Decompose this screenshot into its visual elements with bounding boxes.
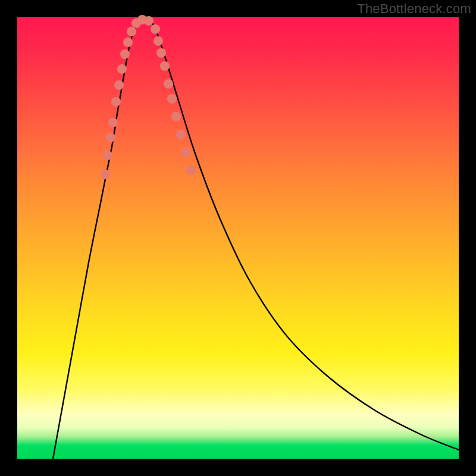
data-point bbox=[181, 148, 190, 157]
data-point bbox=[160, 61, 170, 71]
chart-frame: TheBottleneck.com bbox=[0, 0, 476, 476]
data-point bbox=[167, 94, 177, 104]
data-point bbox=[156, 48, 166, 58]
data-point bbox=[127, 27, 136, 36]
data-point bbox=[117, 64, 127, 74]
data-point-layer bbox=[101, 15, 196, 179]
data-point bbox=[123, 37, 133, 47]
data-point bbox=[120, 49, 130, 59]
bottleneck-curve bbox=[53, 18, 459, 459]
data-point bbox=[176, 130, 186, 139]
data-point bbox=[106, 133, 115, 142]
data-point bbox=[114, 80, 124, 90]
chart-svg bbox=[17, 17, 459, 459]
data-point bbox=[151, 24, 160, 34]
data-point bbox=[186, 165, 196, 175]
curve-layer bbox=[53, 18, 459, 459]
watermark-text: TheBottleneck.com bbox=[357, 1, 471, 17]
data-point bbox=[164, 79, 173, 89]
data-point bbox=[144, 16, 154, 26]
data-point bbox=[108, 118, 118, 127]
data-point bbox=[154, 36, 163, 46]
data-point bbox=[103, 151, 112, 160]
data-point bbox=[111, 97, 121, 107]
data-point bbox=[101, 170, 110, 179]
data-point bbox=[171, 112, 181, 121]
